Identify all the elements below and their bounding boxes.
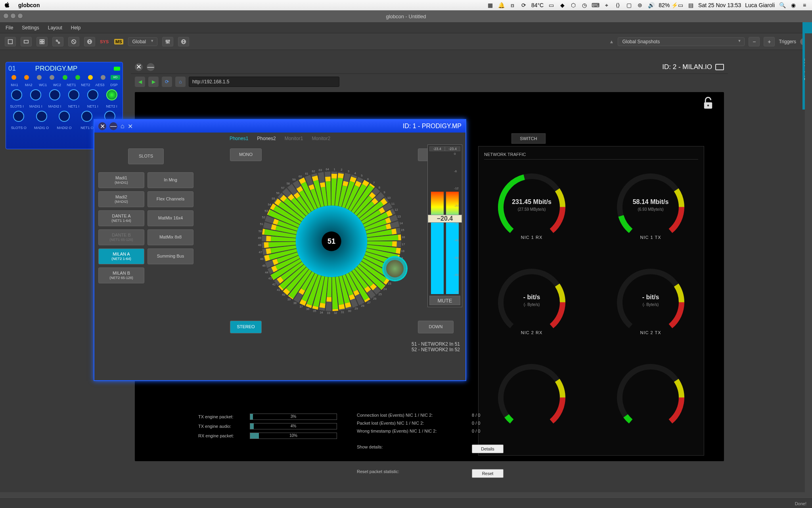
close-icon[interactable]: ✕: [98, 122, 106, 130]
svg-text:64: 64: [326, 167, 329, 171]
keyboard-icon[interactable]: ⌨: [592, 2, 599, 9]
level-knob[interactable]: [384, 258, 406, 280]
stereo-button[interactable]: STEREO: [230, 321, 262, 333]
radial-channel-meter[interactable]: 1234567891011121314151617181920212223242…: [256, 166, 407, 317]
source-button[interactable]: MILAN B(NET2 65-128): [98, 267, 144, 283]
triggers-label[interactable]: Triggers: [779, 39, 796, 44]
mono-button[interactable]: MONO: [230, 148, 262, 161]
source-button[interactable]: MILAN A(NET2 1-64): [98, 248, 144, 264]
browser-navbar: ◀ ▶ ⟳ ⌂ http://192.168.1.5: [131, 74, 728, 90]
minimize-icon[interactable]: —: [109, 122, 117, 130]
phones-modal: ✕ — ⌂ ✕ ID: 1 - PRODIGY.MP Phones1 Phone…: [94, 119, 466, 381]
toolbar-button[interactable]: [36, 37, 48, 46]
sliders-icon[interactable]: [162, 37, 173, 46]
svg-text:13: 13: [397, 215, 400, 218]
menubar-icon[interactable]: ⬡: [570, 2, 577, 9]
svg-text:47: 47: [259, 250, 262, 254]
tab-monitor2[interactable]: Monitor2: [309, 136, 333, 141]
snapshots-select[interactable]: Global Snapshots: [618, 37, 745, 46]
scrollbar-vertical[interactable]: [805, 33, 812, 498]
svg-rect-0: [8, 39, 13, 44]
nav-reload-icon[interactable]: ⟳: [162, 77, 172, 87]
siri-icon[interactable]: ◉: [790, 2, 797, 9]
warning-icon[interactable]: ▲: [609, 39, 614, 44]
clock-icon[interactable]: ◷: [581, 2, 588, 9]
wifi-icon[interactable]: ⊚: [636, 2, 643, 9]
nav-home-icon[interactable]: ⌂: [175, 77, 186, 87]
source-button[interactable]: DANTE A(NET1 1-64): [98, 210, 144, 226]
snapshot-plus[interactable]: +: [764, 37, 775, 46]
menubar-icon[interactable]: ▤: [687, 2, 694, 9]
svg-text:34: 34: [320, 311, 323, 314]
mute-button[interactable]: MUTE: [429, 296, 460, 305]
clock-date[interactable]: Sat 25 Nov 13:53: [698, 2, 741, 8]
reset-button[interactable]: Reset: [472, 469, 504, 478]
source-button[interactable]: Madi2(MADI2): [98, 191, 144, 207]
snapshot-minus[interactable]: −: [749, 37, 760, 46]
nav-forward-icon[interactable]: ▶: [148, 77, 159, 87]
details-button[interactable]: Details: [472, 444, 504, 453]
device-port-label: NET2: [79, 83, 92, 87]
menu-file[interactable]: File: [6, 25, 13, 31]
url-field[interactable]: http://192.168.1.5: [189, 77, 339, 87]
fullscreen-icon[interactable]: ✕: [128, 123, 133, 130]
source-button[interactable]: MatMix 8x8: [147, 229, 193, 245]
toolbar: SYS MS Global ▲ Global Snapshots − + Tri…: [0, 33, 812, 50]
spotlight-icon[interactable]: 🔍: [779, 2, 786, 9]
dropbox-icon[interactable]: ⧈: [509, 2, 516, 9]
bluetooth-icon[interactable]: ⌖: [603, 2, 610, 9]
menu-settings[interactable]: Settings: [22, 25, 39, 31]
toolbar-button[interactable]: [52, 37, 63, 46]
svg-text:52: 52: [262, 216, 265, 219]
menubar-icon[interactable]: ◆: [559, 2, 566, 9]
minimize-icon[interactable]: —: [147, 63, 155, 71]
vu-peak-right: -23.4: [445, 146, 460, 151]
toolbar-button[interactable]: [21, 37, 32, 46]
source-button[interactable]: Flex Channels: [147, 191, 193, 207]
nav-back-icon[interactable]: ◀: [135, 77, 145, 87]
source-button[interactable]: In Mng: [147, 172, 193, 188]
menu-help[interactable]: Help: [71, 25, 81, 31]
source-button[interactable]: DANTE B(NET1 65-128): [98, 229, 144, 245]
tab-phones1[interactable]: Phones1: [227, 136, 251, 141]
notifications-icon[interactable]: ≡: [801, 2, 808, 9]
svg-text:31: 31: [341, 310, 344, 314]
source-button[interactable]: Summing Bus: [147, 248, 193, 264]
volume-icon[interactable]: 🔊: [647, 2, 655, 9]
unlock-icon[interactable]: [703, 96, 714, 110]
app-name[interactable]: globcon: [18, 2, 40, 8]
globe-icon[interactable]: [178, 37, 189, 46]
engine-stats: TX engine packet:3%TX engine audio:4%RX …: [198, 414, 377, 442]
temp-readout: 84°C: [531, 2, 544, 8]
svg-text:45: 45: [262, 264, 265, 267]
tab-monitor1[interactable]: Monitor1: [282, 136, 306, 141]
source-button[interactable]: MatMix 16x4: [147, 210, 193, 226]
code-icon[interactable]: ⟨⟩: [614, 2, 621, 9]
airplay-icon[interactable]: ▢: [625, 2, 632, 9]
menubar-icon[interactable]: 🔔: [498, 2, 505, 9]
slots-button[interactable]: SLOTS: [128, 148, 164, 164]
display-icon[interactable]: ▭: [548, 2, 555, 9]
close-icon[interactable]: ✕: [135, 63, 143, 71]
toolbar-button[interactable]: [5, 37, 16, 46]
toolbar-button[interactable]: [68, 37, 79, 46]
tab-switch[interactable]: SWITCH: [511, 133, 546, 144]
apple-icon[interactable]: [4, 2, 10, 9]
user-name[interactable]: Luca Giaroli: [745, 2, 775, 8]
down-button[interactable]: DOWN: [418, 321, 454, 333]
globe-icon[interactable]: [84, 37, 95, 46]
svg-text:59: 59: [292, 178, 295, 181]
source-button[interactable]: Madi1(MADI1): [98, 172, 144, 188]
window-traffic-lights[interactable]: [3, 13, 25, 20]
scope-select[interactable]: Global: [128, 37, 158, 46]
home-icon[interactable]: ⌂: [121, 123, 124, 130]
sync-icon[interactable]: ⟳: [520, 2, 527, 9]
scrollbar-horizontal[interactable]: [0, 492, 805, 498]
tab-phones2[interactable]: Phones2: [255, 136, 278, 141]
svg-text:44: 44: [265, 271, 268, 274]
svg-text:58: 58: [287, 182, 290, 185]
monitor-icon: [715, 64, 724, 70]
menubar-icon[interactable]: ▦: [487, 2, 494, 9]
menu-layout[interactable]: Layout: [48, 25, 62, 31]
svg-rect-2: [40, 39, 42, 41]
